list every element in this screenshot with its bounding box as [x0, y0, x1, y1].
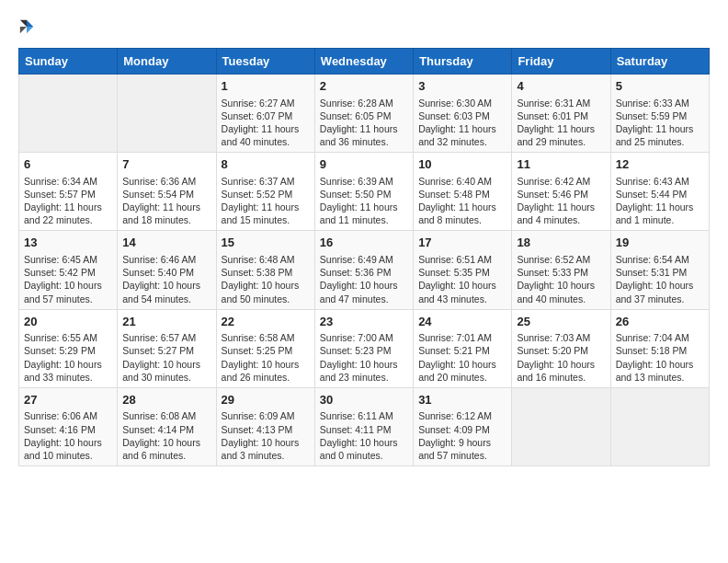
- sunset-text: Sunset: 5:54 PM: [122, 188, 210, 201]
- calendar-cell: [118, 75, 216, 153]
- day-number: 26: [616, 314, 704, 330]
- calendar-cell: 15Sunrise: 6:48 AMSunset: 5:38 PMDayligh…: [216, 231, 314, 309]
- svg-marker-1: [27, 27, 33, 33]
- day-number: 25: [517, 314, 605, 330]
- sunrise-text: Sunrise: 6:12 AM: [418, 409, 506, 422]
- sunrise-text: Sunrise: 6:30 AM: [418, 97, 506, 109]
- sunset-text: Sunset: 4:09 PM: [418, 423, 506, 436]
- sunrise-text: Sunrise: 6:51 AM: [418, 253, 506, 266]
- weekday-header: Saturday: [610, 49, 709, 75]
- day-number: 23: [320, 314, 408, 330]
- weekday-header: Thursday: [414, 49, 512, 75]
- sunrise-text: Sunrise: 6:49 AM: [320, 253, 408, 266]
- sunset-text: Sunset: 5:52 PM: [222, 188, 310, 201]
- sunset-text: Sunset: 5:18 PM: [616, 344, 704, 357]
- day-number: 8: [222, 156, 310, 173]
- daylight-text: Daylight: 11 hours and 25 minutes.: [616, 122, 704, 148]
- daylight-text: Daylight: 11 hours and 1 minute.: [616, 201, 704, 226]
- calendar-week-row: 6Sunrise: 6:34 AMSunset: 5:57 PMDaylight…: [19, 153, 710, 231]
- sunset-text: Sunset: 5:23 PM: [320, 344, 408, 357]
- sunset-text: Sunset: 5:21 PM: [418, 344, 506, 357]
- calendar-cell: 21Sunrise: 6:57 AMSunset: 5:27 PMDayligh…: [118, 309, 216, 387]
- daylight-text: Daylight: 10 hours and 50 minutes.: [222, 279, 310, 304]
- day-number: 17: [418, 235, 506, 251]
- sunrise-text: Sunrise: 6:33 AM: [616, 97, 704, 109]
- day-number: 2: [320, 78, 408, 95]
- day-number: 5: [616, 78, 704, 95]
- calendar-cell: 31Sunrise: 6:12 AMSunset: 4:09 PMDayligh…: [414, 387, 512, 465]
- sunrise-text: Sunrise: 6:48 AM: [222, 253, 310, 266]
- sunrise-text: Sunrise: 6:42 AM: [517, 175, 605, 188]
- daylight-text: Daylight: 10 hours and 13 minutes.: [616, 358, 704, 384]
- sunrise-text: Sunrise: 6:28 AM: [320, 97, 408, 109]
- sunset-text: Sunset: 6:03 PM: [418, 109, 506, 122]
- sunrise-text: Sunrise: 7:01 AM: [418, 331, 506, 344]
- day-number: 24: [418, 314, 506, 330]
- calendar-cell: [610, 387, 709, 465]
- daylight-text: Daylight: 11 hours and 11 minutes.: [320, 201, 408, 226]
- daylight-text: Daylight: 9 hours and 57 minutes.: [418, 436, 506, 462]
- daylight-text: Daylight: 11 hours and 40 minutes.: [222, 122, 310, 148]
- sunrise-text: Sunrise: 6:52 AM: [517, 253, 605, 266]
- daylight-text: Daylight: 10 hours and 0 minutes.: [320, 436, 408, 462]
- calendar-cell: 18Sunrise: 6:52 AMSunset: 5:33 PMDayligh…: [512, 231, 610, 309]
- day-number: 13: [24, 235, 112, 251]
- svg-marker-0: [27, 20, 33, 27]
- sunrise-text: Sunrise: 6:09 AM: [222, 409, 310, 422]
- sunset-text: Sunset: 4:13 PM: [222, 423, 310, 436]
- day-number: 21: [122, 314, 210, 330]
- calendar-cell: 11Sunrise: 6:42 AMSunset: 5:46 PMDayligh…: [512, 153, 610, 231]
- daylight-text: Daylight: 10 hours and 6 minutes.: [122, 436, 210, 462]
- daylight-text: Daylight: 11 hours and 18 minutes.: [122, 201, 210, 226]
- daylight-text: Daylight: 11 hours and 22 minutes.: [24, 201, 112, 226]
- sunrise-text: Sunrise: 6:06 AM: [24, 409, 112, 422]
- calendar-table: SundayMondayTuesdayWednesdayThursdayFrid…: [18, 48, 710, 466]
- day-number: 14: [122, 235, 210, 251]
- calendar-cell: 9Sunrise: 6:39 AMSunset: 5:50 PMDaylight…: [314, 153, 413, 231]
- calendar-cell: 30Sunrise: 6:11 AMSunset: 4:11 PMDayligh…: [314, 387, 413, 465]
- calendar-cell: [512, 387, 610, 465]
- sunrise-text: Sunrise: 6:57 AM: [122, 331, 210, 344]
- sunset-text: Sunset: 5:25 PM: [222, 344, 310, 357]
- sunset-text: Sunset: 5:44 PM: [616, 188, 704, 201]
- daylight-text: Daylight: 10 hours and 16 minutes.: [517, 358, 605, 384]
- calendar-cell: 23Sunrise: 7:00 AMSunset: 5:23 PMDayligh…: [314, 309, 413, 387]
- calendar-week-row: 27Sunrise: 6:06 AMSunset: 4:16 PMDayligh…: [19, 387, 710, 465]
- sunrise-text: Sunrise: 6:36 AM: [122, 175, 210, 188]
- daylight-text: Daylight: 11 hours and 29 minutes.: [517, 122, 605, 148]
- calendar-cell: 13Sunrise: 6:45 AMSunset: 5:42 PMDayligh…: [19, 231, 118, 309]
- calendar-cell: 10Sunrise: 6:40 AMSunset: 5:48 PMDayligh…: [414, 153, 512, 231]
- day-number: 20: [24, 314, 112, 330]
- day-number: 9: [320, 156, 408, 173]
- daylight-text: Daylight: 11 hours and 32 minutes.: [418, 122, 506, 148]
- day-number: 4: [517, 78, 605, 95]
- calendar-cell: 2Sunrise: 6:28 AMSunset: 6:05 PMDaylight…: [314, 75, 413, 153]
- calendar-cell: 8Sunrise: 6:37 AMSunset: 5:52 PMDaylight…: [216, 153, 314, 231]
- day-number: 29: [222, 392, 310, 408]
- sunset-text: Sunset: 4:14 PM: [122, 423, 210, 436]
- day-number: 1: [222, 78, 310, 95]
- day-number: 12: [616, 156, 704, 173]
- calendar-cell: 28Sunrise: 6:08 AMSunset: 4:14 PMDayligh…: [118, 387, 216, 465]
- calendar-cell: 3Sunrise: 6:30 AMSunset: 6:03 PMDaylight…: [414, 75, 512, 153]
- daylight-text: Daylight: 10 hours and 10 minutes.: [24, 436, 112, 462]
- daylight-text: Daylight: 10 hours and 26 minutes.: [222, 358, 310, 384]
- sunrise-text: Sunrise: 6:08 AM: [122, 409, 210, 422]
- logo-area: [18, 18, 39, 35]
- sunset-text: Sunset: 4:11 PM: [320, 423, 408, 436]
- daylight-text: Daylight: 10 hours and 37 minutes.: [616, 279, 704, 304]
- daylight-text: Daylight: 10 hours and 33 minutes.: [24, 358, 112, 384]
- day-number: 6: [24, 156, 112, 173]
- calendar-cell: 5Sunrise: 6:33 AMSunset: 5:59 PMDaylight…: [610, 75, 709, 153]
- logo-icon: [18, 18, 35, 35]
- svg-marker-3: [20, 27, 27, 33]
- calendar-cell: 12Sunrise: 6:43 AMSunset: 5:44 PMDayligh…: [610, 153, 709, 231]
- daylight-text: Daylight: 11 hours and 8 minutes.: [418, 201, 506, 226]
- calendar-cell: 6Sunrise: 6:34 AMSunset: 5:57 PMDaylight…: [19, 153, 118, 231]
- calendar-cell: 25Sunrise: 7:03 AMSunset: 5:20 PMDayligh…: [512, 309, 610, 387]
- sunset-text: Sunset: 5:29 PM: [24, 344, 112, 357]
- sunset-text: Sunset: 6:05 PM: [320, 109, 408, 122]
- weekday-header: Sunday: [19, 49, 118, 75]
- sunrise-text: Sunrise: 6:11 AM: [320, 409, 408, 422]
- day-number: 28: [122, 392, 210, 408]
